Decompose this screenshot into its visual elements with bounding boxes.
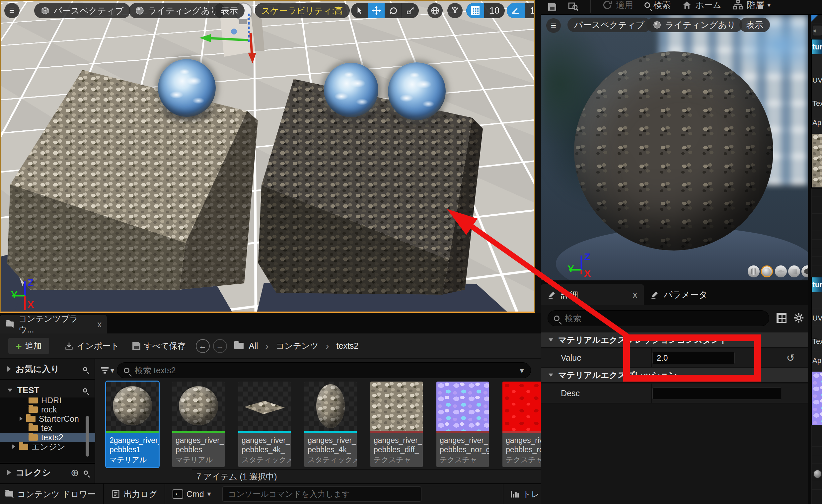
home-button[interactable]: ホーム [682, 0, 722, 11]
output-log-button[interactable]: 出力ログ [111, 489, 157, 500]
tree-item-texts2-selected[interactable]: texts2 [0, 433, 95, 442]
details-search-input[interactable] [564, 313, 763, 324]
folder-icon [29, 434, 38, 441]
add-collection-icon[interactable]: ⊕ [71, 467, 79, 478]
favorites-section[interactable]: お気に入り [0, 361, 95, 377]
preview-shape-cube-button[interactable] [788, 266, 800, 278]
collections-section[interactable]: コレクシ ⊕ [0, 465, 95, 480]
cmd-console-selector[interactable]: ›_ Cmd ▾ [172, 489, 211, 499]
search-icon[interactable] [83, 388, 87, 393]
save-icon[interactable] [548, 3, 556, 11]
panel-divider[interactable] [808, 15, 811, 504]
folder-icon [29, 407, 38, 413]
tab-details[interactable]: 詳細 x [541, 284, 644, 305]
console-command-input[interactable] [228, 489, 416, 499]
breadcrumb-root[interactable]: All [249, 341, 258, 351]
forward-button[interactable]: → [213, 339, 227, 353]
settings-gear-icon[interactable] [793, 312, 804, 324]
preview-menu-button[interactable]: ≡ [546, 18, 561, 33]
angle-snap-toggle[interactable] [507, 3, 525, 18]
lit-mode-button[interactable]: ライティングあり [129, 3, 225, 18]
asset-tile-texture-roughness[interactable]: ganges_rivpebbles_ro テクスチャ [502, 382, 541, 467]
asset-tile-texture-normal[interactable]: ganges_river_pebbles_nor_gl テクスチャ [436, 382, 489, 467]
preview-shape-sphere-button[interactable] [761, 266, 773, 278]
tab-parameters[interactable]: パラメータ [644, 284, 714, 305]
tree-item-engine[interactable]: エンジン [0, 442, 95, 451]
tree-item-label: tex [41, 423, 52, 433]
move-tool-button[interactable] [368, 3, 385, 18]
preview-show-button[interactable]: 表示 [739, 18, 770, 32]
revert-icon[interactable]: ↺ [787, 352, 795, 364]
close-icon[interactable]: x [97, 320, 102, 329]
chrome-sphere-middle[interactable] [324, 63, 378, 117]
filter-icon[interactable] [100, 366, 110, 376]
preview-perspective-button[interactable]: パースペクティブ [567, 18, 651, 32]
texture-sample-node-2[interactable]: tur UVs Tex App [811, 277, 822, 425]
value-property-row: Value ↺ [541, 348, 808, 368]
surface-snapping-button[interactable] [447, 3, 463, 18]
angle-snap-icon [507, 6, 525, 15]
breadcrumb-current-folder[interactable]: texts2 [337, 341, 359, 351]
material-preview-sphere[interactable] [574, 51, 773, 250]
test-source-section[interactable]: TEST [0, 382, 95, 398]
category-material-expression[interactable]: マテリアルエクスプレッション [541, 368, 808, 383]
content-drawer-button[interactable]: コンテンツ ドロワー [5, 489, 96, 500]
viewport-menu-button[interactable]: ≡ [4, 3, 20, 18]
material-graph-panel[interactable]: ◂ tur UVs Tex App tur UVs Tex App [811, 15, 822, 504]
content-browser-tab[interactable]: コンテンツブラウ... x [0, 315, 107, 334]
preview-shape-plane-button[interactable] [775, 266, 787, 278]
rotate-tool-button[interactable] [385, 3, 402, 18]
tree-scrollbar[interactable] [86, 416, 89, 457]
filter-chevron-icon[interactable]: ▾ [110, 366, 114, 375]
scalability-button[interactable]: スケーラビリティ:高 [255, 3, 350, 18]
hierarchy-button[interactable]: 階層 ▾ [733, 0, 771, 11]
trace-button[interactable]: トレ [510, 489, 539, 500]
table-view-icon[interactable] [777, 313, 787, 323]
breadcrumb-content[interactable]: コンテンツ [276, 341, 319, 351]
apply-button[interactable]: 適用 [602, 0, 633, 11]
tree-item-tex[interactable]: tex [0, 423, 95, 433]
preview-lit-button[interactable]: ライティングあり [647, 18, 742, 32]
material-preview-viewport[interactable]: ≡ パースペクティブ ライティングあり 表示 Z Y X [541, 15, 808, 281]
texture-sample-node-1[interactable]: tur UVs Tex App [811, 39, 822, 188]
asset-tile-staticmesh-plane[interactable]: ganges_river_pebbles_4k_ スタティックメッ... [238, 382, 291, 467]
back-button[interactable]: ← [196, 339, 210, 353]
grid-snap-value[interactable]: 10 [484, 3, 505, 18]
import-button[interactable]: インポート [64, 341, 119, 351]
asset-tile-material[interactable]: ganges_river_pebbles マテリアル [172, 382, 225, 467]
scale-tool-button[interactable] [402, 3, 419, 18]
browse-to-asset-icon[interactable] [567, 1, 579, 12]
node-pin-app[interactable]: App [812, 356, 822, 365]
show-flags-button[interactable]: 表示 [214, 3, 245, 18]
search-icon[interactable] [83, 367, 87, 371]
tree-item-rock[interactable]: rock [0, 405, 95, 414]
node-pin-tex[interactable]: Tex [812, 99, 822, 108]
tree-item-startercontent[interactable]: StarterCon [0, 414, 95, 423]
search-chevron-icon[interactable]: ▾ [520, 365, 524, 376]
category-material-expression-constant[interactable]: マテリアルエクスプレッションコンスタント [541, 333, 808, 348]
save-all-button[interactable]: すべて保存 [132, 341, 186, 351]
add-button[interactable]: + 追加 [8, 338, 49, 354]
asset-tile-material-selected[interactable]: 2ganges_river_pebbles1 マテリアル [106, 382, 158, 467]
perspective-button[interactable]: パースペクティブ [34, 3, 130, 18]
value-input[interactable] [653, 352, 735, 364]
angle-snap-value[interactable]: 10° [525, 3, 535, 18]
world-coordinate-button[interactable] [427, 3, 443, 18]
asset-tile-texture-diffuse[interactable]: ganges_river_pebbles_diff_ テクスチャ [370, 382, 423, 467]
node-pin-app[interactable]: App [812, 118, 822, 127]
asset-search-input[interactable] [134, 365, 515, 376]
grid-snap-toggle[interactable] [466, 3, 484, 18]
asset-tile-staticmesh-rock[interactable]: ganges_river_pebbles_4k_ スタティックメッ... [304, 382, 357, 467]
desc-input[interactable] [653, 387, 782, 400]
tree-item-hdri[interactable]: HDRI [0, 398, 95, 405]
level-viewport[interactable]: ≡ パースペクティブ ライティングあり 表示 スケーラビリティ:高 [0, 0, 535, 313]
search-icon[interactable] [84, 471, 88, 475]
chrome-sphere-right[interactable] [388, 62, 446, 120]
node-pin-uvs[interactable]: UVs [812, 76, 822, 85]
select-tool-button[interactable] [351, 3, 368, 18]
node-pin-tex[interactable]: Tex [812, 337, 822, 346]
search-graph-button[interactable]: 検索 [645, 0, 671, 11]
node-pin-uvs[interactable]: UVs [812, 314, 822, 323]
close-icon[interactable]: x [633, 290, 637, 300]
preview-shape-cylinder-button[interactable] [748, 266, 760, 278]
